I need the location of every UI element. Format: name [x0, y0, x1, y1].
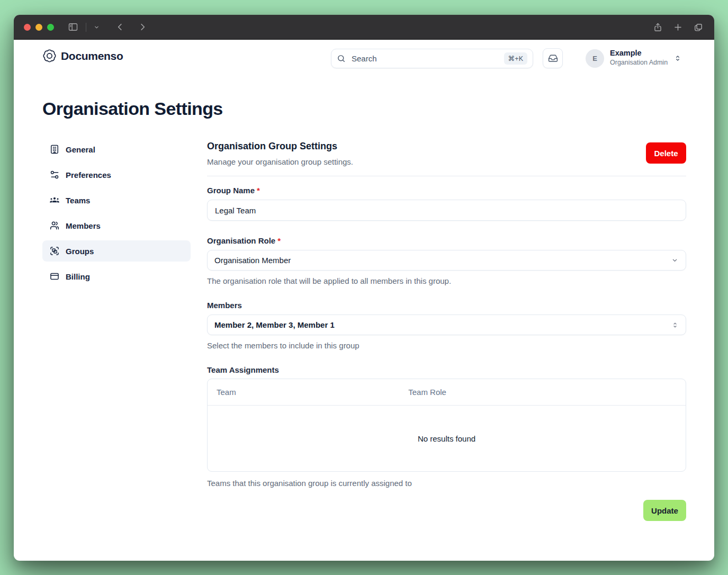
forward-icon[interactable] [138, 22, 147, 32]
table-header-row: Team Team Role [208, 379, 686, 406]
section-divider [207, 176, 686, 176]
organisation-role-label: Organisation Role [207, 236, 275, 245]
members-multiselect[interactable]: Member 2, Member 3, Member 1 [207, 315, 686, 335]
traffic-lights [24, 24, 54, 31]
section-title: Organisation Group Settings [207, 141, 686, 152]
sidebar-item-teams[interactable]: Teams [42, 190, 191, 211]
back-icon[interactable] [115, 22, 125, 32]
members-label: Members [207, 301, 242, 310]
user-menu-chevrons-icon[interactable] [673, 54, 682, 62]
required-marker: * [277, 236, 281, 245]
search-input[interactable] [350, 53, 499, 64]
tab-group-chevron-icon[interactable] [94, 24, 100, 30]
members-helper: Select the members to include in this gr… [207, 341, 686, 350]
chevron-down-icon [671, 256, 679, 264]
search-shortcut-badge: ⌘+K [504, 52, 527, 65]
group-name-label: Group Name [207, 186, 255, 195]
user-role: Organisation Admin [610, 59, 668, 66]
team-assignments-table: Team Team Role No results found [207, 379, 686, 472]
chevrons-up-down-icon [671, 321, 679, 329]
team-assignments-label: Team Assignments [207, 365, 279, 374]
sidebar-item-general[interactable]: General [42, 139, 191, 160]
sidebar-item-label: Groups [66, 247, 94, 256]
users-icon [49, 220, 60, 231]
browser-titlebar [14, 15, 714, 40]
organisation-role-value: Organisation Member [214, 256, 291, 265]
credit-card-icon [49, 271, 60, 282]
delete-button[interactable]: Delete [646, 142, 686, 164]
update-button[interactable]: Update [643, 500, 686, 521]
group-settings-panel: Organisation Group Settings Manage your … [207, 141, 686, 521]
settings-sidebar: General Preferences Teams [42, 139, 191, 291]
sidebar-item-label: Billing [66, 272, 90, 281]
column-header-team-role: Team Role [408, 388, 686, 397]
user-name: Example [610, 49, 668, 57]
sidebar-item-members[interactable]: Members [42, 215, 191, 236]
team-assignments-helper: Teams that this organisation group is cu… [207, 479, 686, 488]
sidebar-item-label: Teams [66, 196, 90, 205]
browser-window: Documenso ⌘+K E Example Organisation Adm… [14, 15, 714, 561]
documenso-brand[interactable]: Documenso [42, 49, 123, 63]
empty-state-text: No results found [208, 406, 686, 471]
sidebar-item-groups[interactable]: Groups [42, 240, 191, 262]
sidebar-item-label: Preferences [66, 170, 111, 179]
inbox-icon [548, 53, 558, 64]
group-name-input[interactable] [207, 200, 686, 221]
tab-overview-icon[interactable] [693, 22, 704, 33]
groups-brackets-icon [49, 246, 60, 256]
members-value: Member 2, Member 3, Member 1 [214, 320, 335, 329]
inbox-button[interactable] [543, 48, 563, 68]
section-subtitle: Manage your organisation group settings. [207, 157, 686, 166]
new-tab-icon[interactable] [673, 22, 683, 32]
minimize-window-button[interactable] [35, 24, 42, 31]
organisation-role-select[interactable]: Organisation Member [207, 250, 686, 271]
page-title: Organisation Settings [42, 98, 223, 119]
building-icon [49, 144, 60, 155]
organisation-role-helper: The organisation role that will be appli… [207, 276, 686, 285]
brand-name: Documenso [61, 50, 123, 62]
zoom-window-button[interactable] [47, 24, 54, 31]
toolbar-divider [86, 23, 86, 32]
sidebar-item-label: Members [66, 221, 101, 230]
column-header-team: Team [208, 388, 408, 397]
search-icon [337, 54, 346, 63]
user-menu[interactable]: Example Organisation Admin [610, 49, 668, 66]
required-marker: * [257, 186, 260, 195]
sliders-icon [49, 169, 60, 180]
sidebar-item-billing[interactable]: Billing [42, 266, 191, 287]
sidebar-item-preferences[interactable]: Preferences [42, 164, 191, 185]
share-icon[interactable] [653, 22, 663, 32]
people-group-icon [49, 195, 60, 205]
user-avatar[interactable]: E [586, 49, 604, 68]
sidebar-item-label: General [66, 145, 95, 154]
close-window-button[interactable] [24, 24, 31, 31]
search-bar[interactable]: ⌘+K [331, 49, 533, 68]
sidebar-toggle-icon[interactable] [68, 22, 78, 32]
documenso-logo-icon [42, 49, 57, 63]
